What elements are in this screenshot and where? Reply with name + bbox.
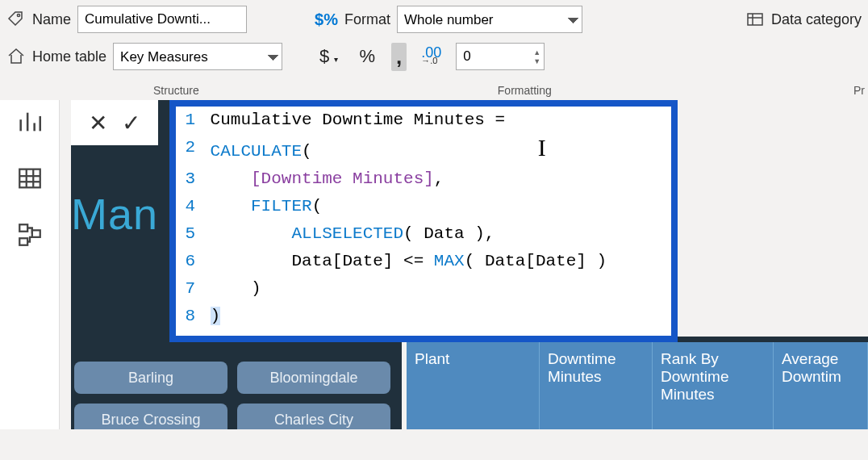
home-table-label: Home table xyxy=(32,48,106,65)
group-structure: Name Home table Key Measures xyxy=(6,5,282,79)
code-line-2: CALCULATE(I xyxy=(200,134,546,165)
code-line-8: ) xyxy=(200,303,220,330)
home-icon xyxy=(6,47,26,66)
text-cursor-icon: I xyxy=(538,134,546,161)
format-prefix-icon: $% xyxy=(315,10,338,29)
code-line-6: Data[Date] <= MAX( Data[Date] ) xyxy=(200,248,607,275)
code-line-3: [Downtime Minutes], xyxy=(200,165,444,193)
decimal-shift-icon[interactable]: .00→.0 xyxy=(418,47,444,66)
slicer-chip[interactable]: Barling xyxy=(74,362,227,394)
slicer-chip[interactable]: Bloomingdale xyxy=(237,362,390,394)
svg-rect-15 xyxy=(19,238,27,245)
slicer-chip-grid: Barling Bloomingdale Bruce Crossing Char… xyxy=(74,362,409,429)
data-view-icon[interactable] xyxy=(16,165,44,192)
percent-button[interactable]: % xyxy=(354,44,380,69)
col-header-downtime[interactable]: Downtime Minutes xyxy=(540,342,653,429)
code-line-5: ALLSELECTED( Data ), xyxy=(200,220,495,248)
svg-rect-13 xyxy=(19,224,27,232)
decimal-places-input[interactable]: 0 ▲▼ xyxy=(456,43,545,70)
name-input[interactable] xyxy=(77,6,247,33)
code-line-4: FILTER( xyxy=(200,193,322,220)
format-select[interactable]: Whole number xyxy=(397,6,582,33)
svg-rect-1 xyxy=(748,14,762,25)
col-header-rank[interactable]: Rank By Downtime Minutes xyxy=(653,342,774,429)
currency-button[interactable]: $ ▾ xyxy=(315,44,343,69)
report-view-icon[interactable] xyxy=(16,108,44,136)
code-line-7: ) xyxy=(200,275,261,303)
table-header-row: Plant Downtime Minutes Rank By Downtime … xyxy=(407,342,868,429)
format-label: Format xyxy=(344,11,390,28)
svg-rect-14 xyxy=(31,230,40,237)
ribbon-caption-properties: Pr xyxy=(853,84,865,97)
tag-icon xyxy=(6,10,26,29)
model-view-icon[interactable] xyxy=(16,221,44,249)
slicer-chip[interactable]: Charles City xyxy=(237,404,390,429)
group-formatting: $% Format Whole number $ ▾ % , .00→.0 0 … xyxy=(315,5,582,79)
slicer-chip[interactable]: Bruce Crossing xyxy=(74,404,227,429)
formula-accept-button[interactable]: ✓ xyxy=(122,110,140,136)
home-table-select[interactable]: Key Measures xyxy=(113,43,282,70)
ribbon-caption-formatting: Formatting xyxy=(498,84,552,97)
svg-point-0 xyxy=(17,14,19,16)
code-line-1: Cumulative Downtime Minutes = xyxy=(200,107,505,134)
ribbon-caption-structure: Structure xyxy=(153,84,199,97)
thousands-separator-button[interactable]: , xyxy=(391,43,407,71)
data-category-label: Data category xyxy=(771,11,862,28)
formula-bar-controls: ✕ ✓ xyxy=(71,100,158,145)
col-header-avg[interactable]: Average Downtim xyxy=(774,342,868,429)
report-title-fragment: Man xyxy=(71,189,158,239)
group-properties: Data category xyxy=(745,5,862,79)
name-label: Name xyxy=(32,11,71,28)
formula-cancel-button[interactable]: ✕ xyxy=(89,110,107,136)
col-header-plant[interactable]: Plant xyxy=(407,342,540,429)
data-category-icon xyxy=(745,10,765,29)
dax-editor[interactable]: 1 Cumulative Downtime Minutes = 2 CALCUL… xyxy=(169,100,678,342)
svg-rect-8 xyxy=(19,169,40,188)
view-toolbar xyxy=(0,100,60,429)
decimal-value: 0 xyxy=(463,48,470,65)
decimal-spinner[interactable]: ▲▼ xyxy=(533,49,540,65)
